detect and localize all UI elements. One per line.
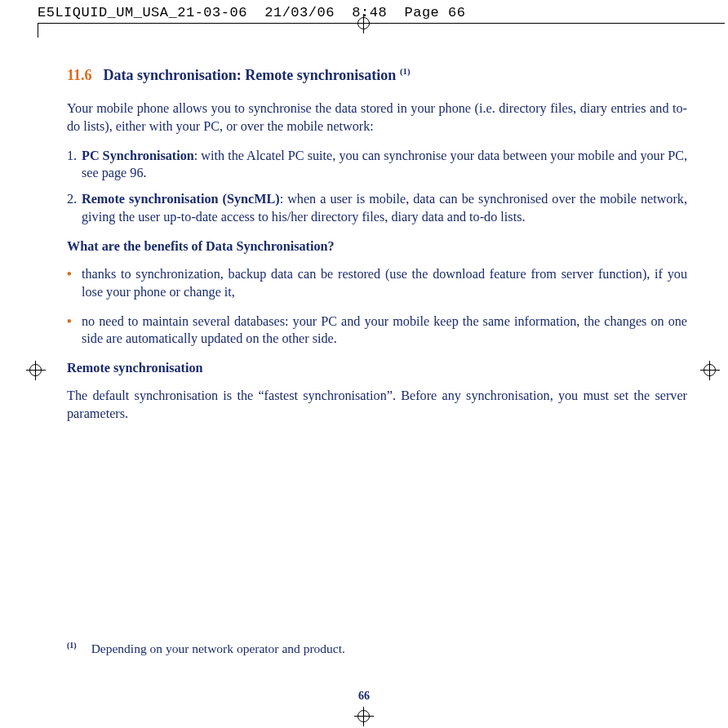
section-superscript: (1)	[400, 66, 411, 76]
list-number: 1.	[67, 148, 82, 184]
section-title: Data synchronisation: Remote synchronisa…	[104, 67, 411, 83]
list-text: Remote synchronisation (SyncML): when a …	[82, 191, 687, 227]
registration-mark-icon	[354, 707, 374, 726]
print-header: E5LIQUID_UM_USA_21-03-06 21/03/06 8:48 P…	[38, 5, 465, 20]
bullet-icon: •	[67, 313, 82, 349]
content-area: 11.6Data synchronisation: Remote synchro…	[67, 65, 687, 435]
header-filename: E5LIQUID_UM_USA_21-03-06	[38, 5, 247, 20]
section-title-text: Data synchronisation: Remote synchronisa…	[104, 67, 397, 83]
section-number: 11.6	[67, 67, 92, 83]
list-bold: PC Synchronisation	[82, 149, 194, 163]
intro-paragraph: Your mobile phone allows you to synchron…	[67, 100, 687, 136]
bullet-text: no need to maintain several databases: y…	[82, 313, 687, 349]
bullet-list: • thanks to synchronization, backup data…	[67, 266, 687, 348]
crop-mark-vertical	[38, 23, 38, 38]
list-item: • no need to maintain several databases:…	[67, 313, 687, 349]
benefits-heading: What are the benefits of Data Synchronis…	[67, 238, 687, 256]
remote-paragraph: The default synchronisation is the “fast…	[67, 388, 687, 424]
list-item: 2. Remote synchronisation (SyncML): when…	[67, 191, 687, 227]
remote-heading: Remote synchronisation	[67, 360, 687, 378]
crop-mark-horizontal	[38, 23, 52, 24]
page-number: 66	[0, 690, 728, 703]
bullet-icon: •	[67, 266, 82, 302]
list-item: • thanks to synchronization, backup data…	[67, 266, 687, 302]
header-rule	[38, 23, 725, 24]
registration-mark-icon	[26, 361, 46, 380]
section-heading: 11.6Data synchronisation: Remote synchro…	[67, 65, 687, 86]
footnote-text: Depending on your network operator and p…	[91, 641, 345, 655]
registration-mark-icon	[354, 14, 374, 33]
page: E5LIQUID_UM_USA_21-03-06 21/03/06 8:48 P…	[0, 0, 728, 728]
numbered-list: 1. PC Synchronisation: with the Alcatel …	[67, 148, 687, 227]
header-date: 21/03/06	[264, 5, 335, 20]
footnote-mark: (1)	[67, 641, 77, 650]
header-pagelabel: Page 66	[405, 5, 466, 20]
registration-mark-icon	[700, 361, 720, 380]
footnote: (1)Depending on your network operator an…	[67, 641, 687, 656]
list-number: 2.	[67, 191, 82, 227]
bullet-text: thanks to synchronization, backup data c…	[82, 266, 687, 302]
list-bold: Remote synchronisation (SyncML)	[82, 192, 280, 206]
list-item: 1. PC Synchronisation: with the Alcatel …	[67, 148, 687, 184]
list-text: PC Synchronisation: with the Alcatel PC …	[82, 148, 687, 184]
